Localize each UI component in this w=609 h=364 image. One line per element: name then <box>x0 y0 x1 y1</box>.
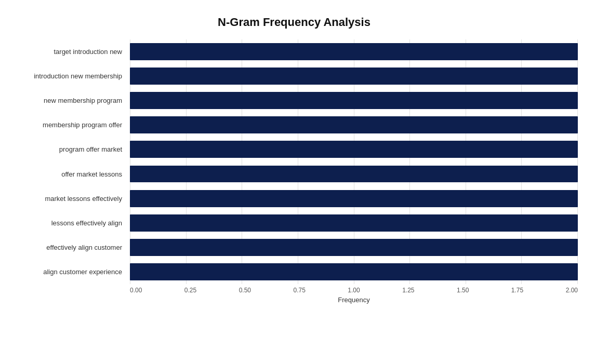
bar-track <box>130 65 578 87</box>
bar-row: align customer experience <box>10 260 578 284</box>
x-axis-label: Frequency <box>130 296 578 304</box>
bar-row: membership program offer <box>10 113 578 137</box>
x-tick: 0.75 <box>293 287 305 294</box>
bar-row: offer market lessons <box>10 161 578 186</box>
bar-track <box>130 212 578 234</box>
x-axis: 0.000.250.500.751.001.251.501.752.00 Fre… <box>130 284 578 305</box>
chart-title: N-Gram Frequency Analysis <box>10 16 578 29</box>
bar <box>130 239 578 256</box>
bar-label: introduction new membership <box>10 72 130 80</box>
x-ticks: 0.000.250.500.751.001.251.501.752.00 <box>130 284 578 294</box>
bar <box>130 68 578 85</box>
x-tick: 1.00 <box>348 287 360 294</box>
bar-label: offer market lessons <box>10 170 130 178</box>
bar-row: new membership program <box>10 88 578 113</box>
bar-label: lessons effectively align <box>10 219 130 227</box>
bars-area: target introduction newintroduction new … <box>10 39 578 284</box>
x-tick: 1.75 <box>511 287 523 294</box>
bar-label: effectively align customer <box>10 244 130 251</box>
x-tick: 0.50 <box>239 287 251 294</box>
x-tick: 1.25 <box>402 287 414 294</box>
bar-track <box>130 90 578 111</box>
bar-row: program offer market <box>10 137 578 161</box>
bar <box>130 92 578 109</box>
bar-label: align customer experience <box>10 268 130 276</box>
bar-row: target introduction new <box>10 39 578 64</box>
bar <box>130 116 578 133</box>
bar <box>130 214 578 232</box>
bar-label: membership program offer <box>10 121 130 129</box>
bar <box>130 43 578 60</box>
bar <box>130 263 578 280</box>
bar-row: effectively align customer <box>10 235 578 260</box>
bar <box>130 166 578 183</box>
x-tick: 0.25 <box>184 287 196 294</box>
chart-area: target introduction newintroduction new … <box>10 39 578 305</box>
bar-row: market lessons effectively <box>10 186 578 211</box>
bar-label: target introduction new <box>10 48 130 56</box>
bar-row: lessons effectively align <box>10 211 578 235</box>
bar-row: introduction new membership <box>10 64 578 88</box>
bar-label: new membership program <box>10 97 130 104</box>
x-tick: 1.50 <box>457 287 469 294</box>
x-tick: 2.00 <box>566 287 578 294</box>
chart-container: N-Gram Frequency Analysis target introdu… <box>0 0 609 364</box>
bar-label: market lessons effectively <box>10 195 130 203</box>
x-tick: 0.00 <box>130 287 142 294</box>
bar-track <box>130 139 578 160</box>
bar <box>130 141 578 158</box>
bar-track <box>130 237 578 258</box>
bar <box>130 190 578 207</box>
bar-track <box>130 114 578 136</box>
bar-track <box>130 188 578 209</box>
bar-track <box>130 163 578 184</box>
bar-track <box>130 261 578 282</box>
bar-track <box>130 41 578 62</box>
bar-label: program offer market <box>10 145 130 153</box>
